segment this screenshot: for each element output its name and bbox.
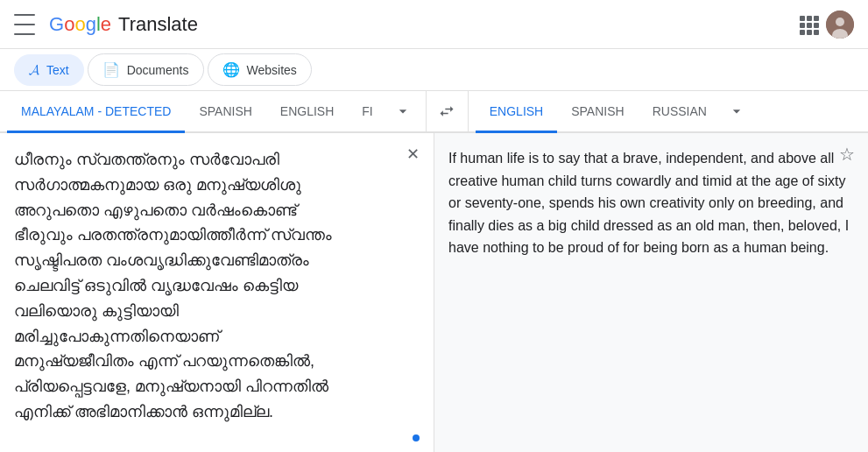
translate-icon: 𝓐 <box>29 62 39 78</box>
target-lang-more-button[interactable] <box>721 102 752 120</box>
input-panel: ധീരനും സ്വതന്ത്രനും സർവോപരി സർഗാത്മകനുമാ… <box>0 133 434 452</box>
target-lang-panel: ENGLISH SPANISH RUSSIAN <box>469 91 868 131</box>
source-lang-fi[interactable]: FI <box>348 91 386 133</box>
globe-icon: 🌐 <box>222 61 240 78</box>
clear-input-button[interactable]: ✕ <box>402 144 423 165</box>
source-lang-more-button[interactable] <box>387 102 419 120</box>
apps-grid-icon[interactable] <box>798 14 819 35</box>
app-name: Translate <box>118 13 198 36</box>
main-tab-bar: 𝓐 Text 📄 Documents 🌐 Websites <box>0 49 868 91</box>
source-lang-english[interactable]: ENGLISH <box>266 91 348 133</box>
target-lang-spanish[interactable]: SPANISH <box>557 91 638 133</box>
app-logo: Google Translate <box>49 13 198 36</box>
document-icon: 📄 <box>102 61 120 78</box>
source-lang-spanish[interactable]: SPANISH <box>185 91 265 133</box>
output-panel: If human life is to say that a brave, in… <box>434 133 868 452</box>
source-lang-malayalam[interactable]: MALAYALAM - DETECTED <box>7 91 185 133</box>
source-text[interactable]: ധീരനും സ്വതന്ത്രനും സർവോപരി സർഗാത്മകനുമാ… <box>14 147 420 425</box>
input-status-indicator <box>413 434 420 441</box>
main-content: ധീരനും സ്വതന്ത്രനും സർവോപരി സർഗാത്മകനുമാ… <box>0 133 868 452</box>
text-tab[interactable]: 𝓐 Text <box>14 54 84 86</box>
swap-languages-button[interactable] <box>427 91 469 131</box>
source-lang-panel: MALAYALAM - DETECTED SPANISH ENGLISH FI <box>0 91 427 131</box>
text-tab-label: Text <box>46 63 69 77</box>
save-translation-button[interactable]: ☆ <box>836 144 857 165</box>
svg-point-1 <box>836 18 844 26</box>
app-header: Google Translate <box>0 0 868 49</box>
translated-text: If human life is to say that a brave, in… <box>448 147 854 259</box>
hamburger-menu-button[interactable] <box>14 14 35 35</box>
target-lang-russian[interactable]: RUSSIAN <box>639 91 721 133</box>
user-avatar[interactable] <box>826 11 854 39</box>
websites-tab-label: Websites <box>247 63 297 77</box>
documents-tab-label: Documents <box>127 63 189 77</box>
target-lang-english[interactable]: ENGLISH <box>476 91 557 133</box>
header-icons <box>798 11 854 39</box>
language-selector: MALAYALAM - DETECTED SPANISH ENGLISH FI … <box>0 91 868 133</box>
documents-tab[interactable]: 📄 Documents <box>88 53 204 86</box>
websites-tab[interactable]: 🌐 Websites <box>208 53 312 86</box>
